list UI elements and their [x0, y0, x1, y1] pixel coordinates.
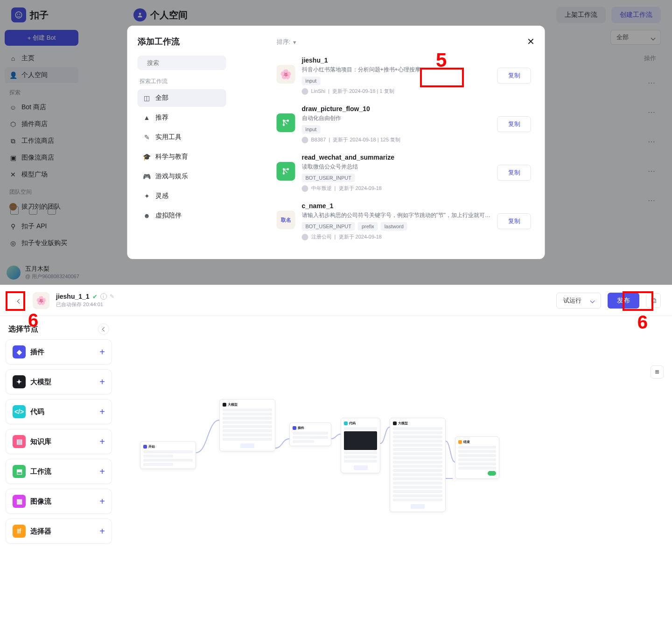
add-node-button[interactable]: + [99, 347, 105, 358]
add-node-button[interactable]: + [99, 496, 105, 507]
search-input[interactable] [147, 59, 225, 66]
canvas-node-llm-2[interactable]: 大模型 [390, 418, 446, 512]
category-game[interactable]: 🎮游戏与娱乐 [138, 168, 226, 185]
row-actions-icon[interactable]: ⋯ [648, 78, 656, 87]
node-card[interactable]: If 选择器 + [6, 519, 112, 544]
sidebar-workflow-store[interactable]: ⧉工作流商店 [5, 133, 78, 149]
workflow-tag: BOT_USER_INPUT [302, 174, 355, 182]
add-node-button[interactable]: + [99, 466, 105, 477]
node-type-icon: If [13, 525, 26, 538]
modal-left-panel: 添加工作流 探索工作流 ◫全部 ▲推荐 ✎实用工具 🎓科学与教育 🎮游戏与娱乐 … [127, 26, 263, 259]
category-all[interactable]: ◫全部 [138, 89, 226, 107]
row-actions-icon[interactable]: ⋯ [648, 108, 656, 117]
category-tools[interactable]: ✎实用工具 [138, 128, 226, 146]
logo[interactable]: 扣子 [11, 7, 49, 22]
left-sidebar: +创建 Bot ⌂主页 👤个人空间 探索 ☺Bot 商店 ⬡插件商店 ⧉工作流商… [0, 30, 83, 285]
save-status: 已自动保存 20:44:01 [56, 301, 114, 308]
info-icon[interactable]: i [100, 293, 107, 300]
add-node-button[interactable]: + [99, 526, 105, 537]
node-card[interactable]: ▤ 知识库 + [6, 429, 112, 454]
copy-workflow-button[interactable]: 复制 [497, 165, 531, 181]
node-type-icon: ▤ [13, 435, 26, 448]
workflow-meta: 中年叛逆 | 更新于 2024-09-18 [302, 185, 491, 192]
node-label: 知识库 [30, 437, 95, 446]
tool-icon-1[interactable] [10, 206, 19, 215]
canvas-node-start[interactable]: 开始 [140, 441, 196, 469]
editor-header: 🌸 jieshu_1_1 ✔ i ✎ 已自动保存 20:44:01 试运行 发布… [0, 285, 672, 316]
chevron-down-icon [651, 34, 655, 41]
workflow-row[interactable]: 取名 c_name_1 请输入初步构思的公司符号关键字号，例如字节跳动的"节"，… [277, 198, 531, 247]
verified-icon: ✔ [92, 293, 98, 300]
svg-point-6 [287, 119, 289, 122]
node-type-icon: ✦ [13, 375, 26, 388]
sidebar-pro-link[interactable]: ◎扣子专业版购买 [5, 235, 79, 251]
canvas-node-plugin[interactable]: 插件 [289, 422, 331, 446]
node-card[interactable]: ▦ 图像流 + [6, 489, 112, 514]
sort-row[interactable]: 排序:▾ [277, 38, 531, 46]
search-box[interactable] [138, 56, 226, 70]
copy-workflow-button[interactable]: 复制 [497, 116, 531, 132]
canvas-control-button[interactable]: ≡ [651, 365, 664, 379]
workflow-icon: ⧉ [9, 137, 17, 145]
node-card[interactable]: ⬒ 工作流 + [6, 459, 112, 484]
editor-body: 选择节点 ◆ 插件 + ✦ 大模型 + </> 代码 + ▤ 知识库 + ⬒ 工… [0, 316, 672, 632]
copy-workflow-button[interactable]: 复制 [497, 68, 531, 84]
node-label: 代码 [30, 407, 95, 416]
sidebar-plugin-store[interactable]: ⬡插件商店 [5, 116, 78, 132]
test-run-button[interactable]: 试运行 [556, 293, 601, 309]
workflow-description: 请输入初步构思的公司符号关键字号，例如字节跳动的"节"，加上行业就可以让大模型帮… [302, 211, 491, 219]
workflow-description: 自动化自由创作 [302, 114, 491, 122]
sidebar-bot-store[interactable]: ☺Bot 商店 [5, 99, 78, 115]
category-recommend[interactable]: ▲推荐 [138, 109, 226, 126]
sidebar-imageflow-store[interactable]: ▣图像流商店 [5, 150, 78, 166]
add-node-button[interactable]: + [99, 377, 105, 387]
tool-icon-2[interactable] [29, 206, 37, 215]
create-workflow-button[interactable]: 创建工作流 [611, 7, 661, 23]
current-user-block[interactable]: 五月木梨 @ 用户9608083240067 [7, 265, 79, 280]
workflow-meta: 注册公司 | 更新于 2024-09-18 [302, 233, 491, 240]
tool-icon-3[interactable] [48, 206, 56, 215]
category-companion[interactable]: ☻虚拟陪伴 [138, 207, 226, 225]
add-node-button[interactable]: + [99, 407, 105, 417]
sidebar-personal-space[interactable]: 👤个人空间 [5, 67, 78, 83]
annotation-label-6-left: 6 [28, 310, 38, 331]
row-actions-icon[interactable]: ⋯ [648, 137, 656, 146]
row-actions-icon[interactable]: ⋯ [648, 196, 656, 205]
copy-workflow-button[interactable]: 复制 [497, 213, 531, 229]
close-button[interactable]: ✕ [527, 36, 535, 47]
canvas-node-llm[interactable]: 大模型 [219, 399, 275, 451]
category-inspire[interactable]: ✦灵感 [138, 187, 226, 205]
node-card[interactable]: </> 代码 + [6, 399, 112, 424]
canvas-node-code[interactable]: 代码 [341, 418, 380, 473]
node-card[interactable]: ✦ 大模型 + [6, 369, 112, 394]
user-avatar [7, 266, 21, 280]
create-bot-button[interactable]: +创建 Bot [5, 30, 78, 46]
workflow-avatar-icon [277, 162, 295, 181]
node-card[interactable]: ◆ 插件 + [6, 339, 112, 365]
canvas-node-end[interactable]: 结束 [455, 436, 499, 479]
add-node-button[interactable]: + [99, 436, 105, 447]
category-list: ◫全部 ▲推荐 ✎实用工具 🎓科学与教育 🎮游戏与娱乐 ✦灵感 ☻虚拟陪伴 [138, 89, 226, 225]
sidebar-api-link[interactable]: ⚲扣子 API [5, 218, 79, 234]
category-science[interactable]: 🎓科学与教育 [138, 148, 226, 166]
annotation-box-back [6, 291, 25, 311]
chevron-down-icon [591, 297, 594, 304]
filter-select[interactable]: 全部 [610, 30, 661, 45]
row-actions-icon[interactable]: ⋯ [648, 167, 656, 176]
workflow-tags: input [302, 125, 491, 133]
sidebar-model-square[interactable]: ✕模型广场 [5, 167, 78, 183]
publish-workflow-button[interactable]: 上架工作流 [556, 7, 606, 23]
flow-title-block: jieshu_1_1 ✔ i ✎ 已自动保存 20:44:01 [56, 293, 114, 308]
svg-point-3 [139, 13, 141, 15]
workflow-row[interactable]: 🌸 jieshu_1 抖音小红书落地项目：分析问题+推书+心理按摩 input … [277, 53, 531, 101]
workspace-badge[interactable]: 个人空间 [133, 8, 188, 21]
node-label: 大模型 [30, 378, 95, 386]
edit-icon[interactable]: ✎ [110, 293, 114, 300]
workflow-canvas[interactable]: 开始 大模型 插件 代码 大模型 结束 [121, 357, 672, 553]
workflow-row[interactable]: draw_picture_flow_10 自动化自由创作 input B8387… [277, 101, 531, 150]
collapse-panel-button[interactable] [98, 323, 109, 335]
image-icon: ▣ [9, 154, 17, 162]
workflow-row[interactable]: read_wechat_and_summarize 读取微信公众号并总结 BOT… [277, 150, 531, 198]
explore-workflows-label: 探索工作流 [140, 77, 256, 85]
sidebar-home[interactable]: ⌂主页 [5, 50, 78, 66]
